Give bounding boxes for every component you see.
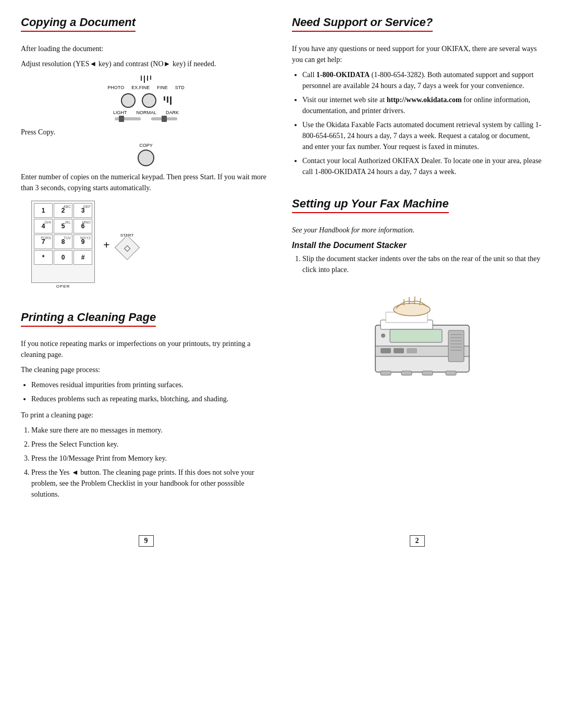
fax-illustration-container	[292, 283, 542, 388]
dial-row	[121, 93, 172, 108]
right-page-num-container: 2	[292, 520, 542, 547]
svg-rect-9	[381, 348, 391, 353]
svg-rect-10	[394, 348, 404, 353]
svg-rect-21	[422, 371, 433, 375]
svg-rect-24	[390, 329, 442, 342]
contrast-bars	[164, 96, 172, 105]
support-bullet-1: Call 1-800-OKIDATA (1-800-654-3282). Bot…	[302, 69, 542, 91]
resolution-labels: PHOTO EX.FINE FINE STD	[107, 85, 184, 90]
support-title: Need Support or Service?	[292, 16, 433, 32]
printing-title-block: Printing a Cleaning Page	[21, 311, 271, 332]
key-2: ABC2	[54, 203, 72, 218]
right-page-number: 2	[410, 535, 425, 547]
svg-point-23	[381, 334, 385, 338]
key-6: MNO6	[74, 219, 92, 233]
page-layout: Copying a Document After loading the doc…	[21, 16, 542, 547]
copying-title: Copying a Document	[21, 16, 136, 32]
printing-steps-list: Make sure there are no messages in memor…	[31, 425, 271, 500]
res-label-exfine: EX.FINE	[131, 85, 150, 90]
right-column: Need Support or Service? If you have any…	[292, 16, 542, 547]
plus-sign: +	[103, 238, 110, 252]
see-handbook: See your Handbook for more information.	[292, 225, 542, 236]
left-column: Copying a Document After loading the doc…	[21, 16, 271, 547]
contrast-bar-indicators	[164, 96, 172, 105]
copy-label: COPY	[139, 143, 153, 148]
setup-title-block: Setting up Your Fax Machine	[292, 197, 542, 218]
install-step-1: Slip the document stacker indents over t…	[302, 253, 542, 275]
printing-step-4: Press the Yes ◄ button. The cleaning pag…	[31, 467, 271, 500]
key-0: 0	[54, 250, 72, 265]
svg-line-6	[414, 297, 415, 304]
printing-step-1: Make sure there are no messages in memor…	[31, 425, 271, 436]
printing-title: Printing a Cleaning Page	[21, 311, 156, 327]
key-4: GHI4	[34, 219, 53, 233]
fax-illustration	[344, 283, 490, 388]
copying-section: Copying a Document After loading the doc…	[21, 16, 271, 296]
okidata-phone-bold: 1-800-OKIDATA	[316, 71, 370, 79]
bar2	[144, 76, 145, 83]
indicator-bar	[141, 76, 151, 83]
contrast-normal: NORMAL	[136, 110, 156, 115]
bar4	[150, 76, 151, 80]
copying-p4: Enter number of copies on the numerical …	[21, 171, 271, 193]
copy-button-diagram: COPY	[125, 143, 167, 166]
svg-rect-22	[446, 371, 456, 375]
svg-rect-12	[448, 330, 464, 362]
copying-p2: Adjust resolution (YES◄ key) and contras…	[21, 58, 271, 69]
left-page-num-container: 9	[21, 520, 271, 547]
bar1	[141, 76, 142, 81]
svg-rect-19	[381, 371, 391, 375]
printing-p1: If you notice repeating marks or imperfe…	[21, 338, 271, 360]
copying-title-block: Copying a Document	[21, 16, 271, 37]
key-5: JKL5	[54, 219, 72, 233]
support-title-block: Need Support or Service?	[292, 16, 542, 37]
setup-title: Setting up Your Fax Machine	[292, 197, 449, 213]
setup-section: Setting up Your Fax Machine See your Han…	[292, 197, 542, 388]
cb1	[164, 96, 165, 101]
res-label-photo: PHOTO	[107, 85, 124, 90]
printing-bullets: Removes residual impurities from printin…	[31, 379, 271, 404]
key-3: DEF3	[74, 203, 92, 218]
copying-p1: After loading the document:	[21, 43, 271, 54]
support-bullet-3: Use the Okidata Faxable Facts automated …	[302, 119, 542, 152]
key-9: WXYZ9	[74, 235, 92, 249]
support-p1: If you have any questions or need suppor…	[292, 43, 542, 65]
copy-circle	[138, 150, 154, 166]
support-section: Need Support or Service? If you have any…	[292, 16, 542, 182]
cb3	[170, 96, 172, 105]
printing-step-2: Press the Select Function key.	[31, 439, 271, 450]
printing-bullet-2: Reduces problems such as repeating marks…	[31, 393, 271, 404]
printing-section: Printing a Cleaning Page If you notice r…	[21, 311, 271, 505]
svg-rect-11	[407, 348, 417, 353]
res-label-fine: FINE	[157, 85, 168, 90]
left-page-number: 9	[139, 535, 154, 547]
resolution-diagram: PHOTO EX.FINE FINE STD	[21, 76, 271, 120]
start-diamond-inner: ◇	[124, 243, 130, 253]
key-hash: #	[74, 250, 92, 265]
res-label-std: STD	[175, 85, 185, 90]
slide1	[115, 117, 141, 120]
support-bullets: Call 1-800-OKIDATA (1-800-654-3282). Bot…	[302, 69, 542, 177]
slide-controls	[115, 117, 177, 120]
install-title: Install the Document Stacker	[292, 241, 542, 250]
support-bullet-4: Contact your local Authorized OKIFAX Dea…	[302, 155, 542, 177]
key-star: *	[34, 250, 53, 265]
support-bullet-2: Visit our internet web site at http://ww…	[302, 94, 542, 116]
printing-bullet-1: Removes residual impurities from printin…	[31, 379, 271, 390]
oper-label: OPER	[56, 284, 70, 289]
printing-step-3: Press the 10/Message Print from Memory k…	[31, 453, 271, 464]
bar3	[147, 76, 148, 81]
printing-p3: To print a cleaning page:	[21, 410, 271, 421]
key-8: TUV8	[54, 235, 72, 249]
cb2	[167, 96, 168, 103]
key-1: 1	[34, 203, 53, 218]
contrast-dial	[142, 93, 156, 108]
copying-p3: Press Copy.	[21, 127, 271, 138]
contrast-labels: LIGHT NORMAL DARK	[113, 110, 179, 115]
resolution-dial	[121, 93, 136, 108]
keypad-grid: 1 ABC2 DEF3 GHI4 JKL5 MNO6 PQRS7 TUV8 WX…	[31, 201, 95, 283]
keypad-diagram: 1 ABC2 DEF3 GHI4 JKL5 MNO6 PQRS7 TUV8 WX…	[31, 201, 271, 289]
install-steps: Slip the document stacker indents over t…	[302, 253, 542, 275]
slide2-handle	[162, 116, 167, 122]
keypad-wrapper: 1 ABC2 DEF3 GHI4 JKL5 MNO6 PQRS7 TUV8 WX…	[31, 201, 95, 289]
